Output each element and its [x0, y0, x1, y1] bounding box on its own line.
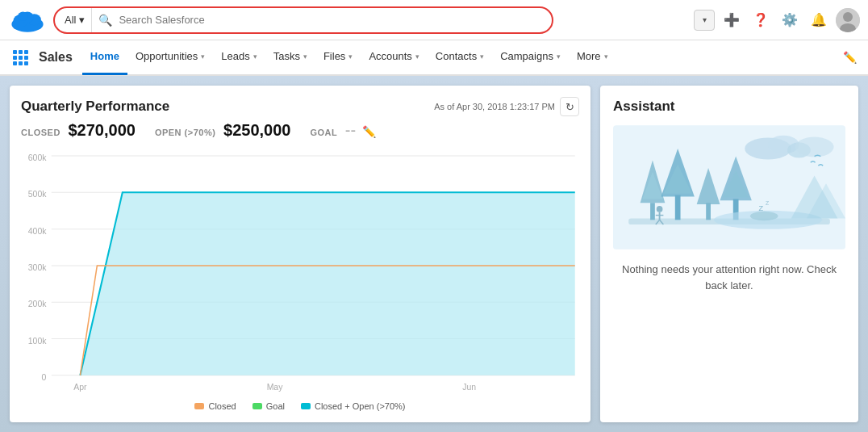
goal-label: GOAL: [310, 128, 337, 137]
more-chevron: ▾: [604, 52, 608, 61]
logo[interactable]: [8, 6, 47, 35]
nav-edit-icon[interactable]: ✏️: [837, 45, 862, 69]
nav-item-opportunities-label: Opportunities: [136, 50, 198, 62]
chart-legend: Closed Goal Closed + Open (>70%): [21, 401, 579, 411]
svg-marker-25: [80, 192, 574, 375]
user-avatar[interactable]: [836, 8, 860, 32]
accounts-chevron: ▾: [415, 52, 419, 61]
nav-brand[interactable]: Sales: [39, 50, 73, 65]
refresh-button[interactable]: ↻: [560, 97, 579, 116]
goal-edit-icon[interactable]: ✏️: [362, 125, 376, 138]
files-chevron: ▾: [348, 52, 353, 61]
closed-label: CLOSED: [21, 128, 61, 137]
nav-item-contacts[interactable]: Contacts ▾: [428, 40, 492, 75]
legend-goal-label: Goal: [266, 401, 285, 411]
search-dropdown-arrow: ▾: [79, 14, 85, 26]
svg-point-44: [750, 212, 778, 221]
chart-area: 600k 500k 400k 300k 200k 100k 0 Apr May …: [21, 146, 579, 398]
assistant-text: Nothing needs your attention right now. …: [613, 262, 845, 293]
svg-text:Jun: Jun: [462, 383, 476, 392]
goal-value: --: [345, 121, 356, 139]
legend-closed-open-color: [301, 403, 311, 409]
legend-closed: Closed: [194, 401, 236, 411]
open-metric: OPEN (>70%) $250,000: [155, 121, 291, 140]
campaigns-chevron: ▾: [557, 52, 561, 61]
svg-text:400k: 400k: [28, 227, 48, 236]
assistant-illustration: z z: [613, 123, 845, 252]
closed-value: $270,000: [68, 121, 135, 139]
nav-item-tasks-label: Tasks: [273, 50, 300, 62]
chart-metrics: CLOSED $270,000 OPEN (>70%) $250,000 GOA…: [21, 121, 579, 140]
nav-item-accounts[interactable]: Accounts ▾: [361, 40, 427, 75]
nav-item-home[interactable]: Home: [82, 40, 127, 75]
svg-point-6: [843, 12, 853, 22]
legend-closed-open-label: Closed + Open (>70%): [315, 401, 406, 411]
goal-metric: GOAL -- ✏️: [310, 121, 375, 140]
open-value: $250,000: [223, 121, 290, 139]
opportunities-chevron: ▾: [201, 52, 205, 61]
chart-card: Quarterly Performance As of Apr 30, 2018…: [10, 86, 590, 422]
svg-text:Apr: Apr: [73, 383, 87, 392]
nav-item-more-label: More: [577, 50, 601, 62]
svg-text:200k: 200k: [28, 300, 48, 308]
help-icon[interactable]: ❓: [749, 8, 773, 32]
svg-rect-32: [650, 203, 655, 220]
svg-rect-35: [675, 195, 681, 220]
contacts-chevron: ▾: [480, 52, 484, 61]
nav-item-leads[interactable]: Leads ▾: [213, 40, 265, 75]
legend-goal: Goal: [252, 401, 285, 411]
svg-text:z: z: [766, 199, 769, 207]
app-launcher-icon[interactable]: [6, 44, 34, 71]
svg-text:500k: 500k: [28, 191, 48, 199]
settings-icon[interactable]: ⚙️: [778, 8, 802, 32]
nav-bar: Sales Home Opportunities ▾ Leads ▾ Tasks…: [0, 40, 868, 76]
svg-point-47: [657, 206, 663, 212]
leads-chevron: ▾: [253, 52, 257, 61]
svg-text:z: z: [758, 203, 763, 212]
assistant-title: Assistant: [613, 99, 675, 115]
svg-text:100k: 100k: [28, 337, 48, 346]
notifications-icon[interactable]: 🔔: [807, 8, 831, 32]
search-input[interactable]: [119, 14, 552, 26]
nav-item-more[interactable]: More ▾: [569, 40, 616, 75]
chart-date: As of Apr 30, 2018 1:23:17 PM ↻: [434, 97, 579, 116]
nav-item-contacts-label: Contacts: [436, 50, 477, 62]
chart-date-text: As of Apr 30, 2018 1:23:17 PM: [434, 102, 555, 111]
nav-item-files[interactable]: Files ▾: [315, 40, 361, 75]
add-icon[interactable]: ➕: [720, 8, 744, 32]
legend-closed-label: Closed: [208, 401, 236, 411]
nav-item-accounts-label: Accounts: [369, 50, 411, 62]
closed-metric: CLOSED $270,000: [21, 121, 136, 140]
open-label: OPEN (>70%): [155, 128, 216, 137]
chart-header: Quarterly Performance As of Apr 30, 2018…: [21, 97, 579, 116]
nav-item-home-label: Home: [90, 50, 119, 62]
search-all-button[interactable]: All ▾: [55, 8, 92, 32]
nav-dropdown-button[interactable]: ▾: [694, 10, 715, 31]
top-bar: All ▾ 🔍 ▾ ➕ ❓ ⚙️ 🔔: [0, 0, 868, 40]
nav-item-leads-label: Leads: [221, 50, 249, 62]
chart-svg: 600k 500k 400k 300k 200k 100k 0 Apr May …: [21, 146, 579, 398]
search-icon: 🔍: [92, 14, 119, 27]
nav-item-tasks[interactable]: Tasks ▾: [265, 40, 315, 75]
svg-text:300k: 300k: [28, 263, 48, 272]
legend-goal-color: [252, 403, 262, 409]
legend-closed-open: Closed + Open (>70%): [301, 401, 406, 411]
chart-title: Quarterly Performance: [21, 99, 169, 115]
search-bar[interactable]: All ▾ 🔍: [53, 6, 553, 34]
top-bar-actions: ▾ ➕ ❓ ⚙️ 🔔: [694, 8, 860, 32]
svg-point-30: [795, 137, 834, 157]
svg-text:0: 0: [42, 373, 47, 382]
main-content: Quarterly Performance As of Apr 30, 2018…: [0, 76, 868, 432]
nav-item-opportunities[interactable]: Opportunities ▾: [127, 40, 213, 75]
search-all-label: All: [65, 14, 76, 26]
legend-closed-color: [194, 403, 204, 409]
svg-text:May: May: [267, 383, 284, 392]
nav-item-campaigns-label: Campaigns: [500, 50, 553, 62]
tasks-chevron: ▾: [303, 52, 307, 61]
assistant-card: Assistant: [600, 86, 858, 422]
nav-item-files-label: Files: [323, 50, 345, 62]
svg-text:600k: 600k: [28, 153, 48, 162]
svg-point-4: [18, 11, 28, 20]
svg-rect-38: [706, 203, 711, 220]
nav-item-campaigns[interactable]: Campaigns ▾: [492, 40, 569, 75]
